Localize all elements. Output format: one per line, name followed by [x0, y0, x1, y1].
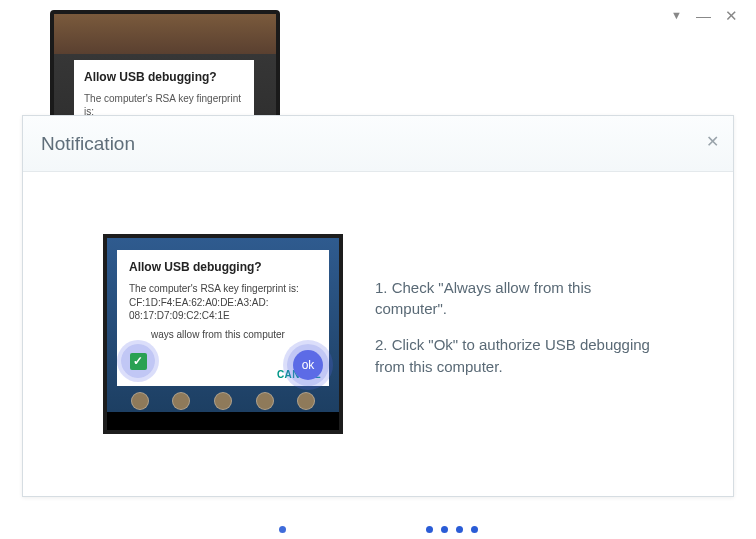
pager-dot[interactable]: [471, 526, 478, 533]
phone-fp-line2: 08:17:D7:09:C2:C4:1E: [129, 310, 230, 321]
pin-icon[interactable]: ▼: [671, 10, 682, 21]
minimize-button[interactable]: —: [696, 8, 711, 23]
modal-title: Notification: [41, 133, 135, 155]
phone-dialog-title: Allow USB debugging?: [129, 260, 317, 274]
window-titlebar: ▼ — ✕: [671, 8, 738, 23]
phone-fp-intro: The computer's RSA key fingerprint is:: [129, 283, 299, 294]
instruction-step-1: 1. Check "Always allow from this compute…: [375, 277, 665, 321]
bg-dialog-title: Allow USB debugging?: [84, 70, 244, 84]
modal-header: Notification ✕: [23, 116, 733, 172]
phone-fp-line1: CF:1D:F4:EA:62:A0:DE:A3:AD:: [129, 297, 269, 308]
phone-ok-button: ok: [293, 350, 323, 380]
checkbox-highlight-icon: ✓: [121, 344, 155, 378]
modal-close-button[interactable]: ✕: [706, 132, 719, 151]
pager-dot[interactable]: [441, 526, 448, 533]
pager-dot[interactable]: [426, 526, 433, 533]
ok-highlight-icon: ok: [287, 344, 329, 386]
close-window-button[interactable]: ✕: [725, 8, 738, 23]
page-indicator: [0, 526, 756, 533]
pager-dot[interactable]: [456, 526, 463, 533]
pager-dot[interactable]: [279, 526, 286, 533]
phone-checkbox-label: ways allow from this computer: [151, 329, 285, 340]
phone-navbar: [107, 412, 339, 430]
bg-dialog-line1: The computer's RSA key fingerprint: [84, 92, 244, 105]
instruction-screenshot: Allow USB debugging? The computer's RSA …: [103, 234, 343, 434]
check-icon: ✓: [130, 353, 147, 370]
instruction-text: 1. Check "Always allow from this compute…: [375, 277, 665, 392]
instruction-step-2: 2. Click "Ok" to authorize USB debugging…: [375, 334, 665, 378]
phone-dock: [107, 392, 339, 412]
notification-modal: Notification ✕ Allow USB debugging? The …: [22, 115, 734, 497]
